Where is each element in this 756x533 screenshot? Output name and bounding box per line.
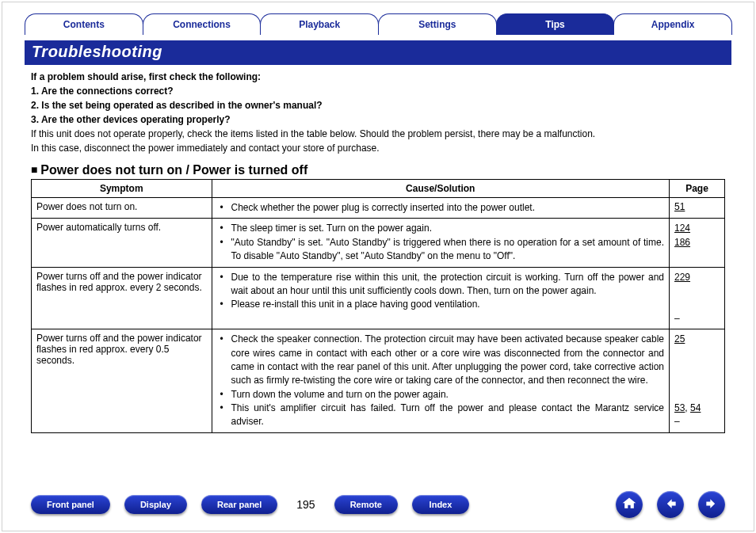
page-title: Troubleshooting [25, 41, 731, 64]
display-button[interactable]: Display [124, 495, 187, 514]
cause-cell: Check the speaker connection. The protec… [212, 329, 670, 433]
cause-item: "Auto Standby" is set. "Auto Standby" is… [225, 236, 665, 264]
cause-cell: Check whether the power plug is correctl… [212, 198, 670, 219]
table-row: Power turns off and the power indicator … [32, 267, 725, 329]
cause-item: Turn down the volume and turn on the pow… [225, 388, 665, 402]
index-button[interactable]: Index [412, 495, 469, 514]
table-row: Power does not turn on.Check whether the… [32, 198, 725, 219]
tab-appendix[interactable]: Appendix [613, 13, 732, 35]
cause-item: The sleep timer is set. Turn on the powe… [225, 222, 665, 235]
tab-tips[interactable]: Tips [496, 13, 615, 35]
home-button[interactable] [616, 491, 643, 518]
main-nav-tabs: Contents Connections Playback Settings T… [2, 2, 754, 36]
cause-item: Check the speaker connection. The protec… [225, 333, 665, 388]
page-ref-cell[interactable]: 124186 [670, 219, 725, 267]
table-header-row: Symptom Cause/Solution Page [32, 180, 725, 198]
symptom-cell: Power automatically turns off. [32, 219, 212, 267]
troubleshoot-table-wrap: Symptom Cause/Solution Page Power does n… [2, 179, 754, 433]
intro-line: 3. Are the other devices operating prope… [31, 112, 725, 127]
tab-playback[interactable]: Playback [260, 13, 379, 35]
symptom-cell: Power turns off and the power indicator … [32, 329, 212, 433]
tab-contents[interactable]: Contents [25, 13, 143, 35]
remote-button[interactable]: Remote [334, 495, 398, 514]
section-heading: Power does not turn on / Power is turned… [31, 163, 725, 177]
intro-line: 2. Is the set being operated as describe… [31, 98, 725, 112]
cause-item: This unit's amplifier circuit has failed… [225, 402, 665, 429]
page-number: 195 [292, 498, 319, 511]
page-title-bar: Troubleshooting [25, 40, 731, 65]
page-ref-cell[interactable]: 25 53, 54– [670, 329, 725, 433]
arrow-right-icon [704, 496, 720, 514]
table-row: Power automatically turns off.The sleep … [32, 219, 725, 267]
bottom-nav-bar: Front panel Display Rear panel 195 Remot… [2, 491, 754, 518]
front-panel-button[interactable]: Front panel [31, 495, 110, 514]
table-row: Power turns off and the power indicator … [32, 329, 725, 433]
page-ref-cell[interactable]: 229 – [670, 267, 725, 329]
arrow-left-icon [662, 496, 678, 514]
page-ref-cell[interactable]: 51 [670, 198, 725, 219]
cause-cell: The sleep timer is set. Turn on the powe… [212, 219, 670, 267]
next-page-button[interactable] [698, 491, 725, 518]
cause-cell: Due to the temperature rise within this … [212, 267, 670, 329]
intro-line: If this unit does not operate properly, … [31, 127, 725, 141]
symptom-cell: Power does not turn on. [32, 198, 212, 219]
tab-connections[interactable]: Connections [143, 13, 262, 35]
cause-item: Due to the temperature rise within this … [225, 271, 665, 299]
document-page: Contents Connections Playback Settings T… [2, 2, 754, 531]
intro-line: 1. Are the connections correct? [31, 84, 725, 98]
cause-item: Please re-install this unit in a place h… [225, 298, 665, 311]
col-cause: Cause/Solution [212, 180, 670, 198]
section-heading-wrap: Power does not turn on / Power is turned… [2, 155, 754, 179]
intro-line: If a problem should arise, first check t… [31, 70, 725, 84]
troubleshoot-table: Symptom Cause/Solution Page Power does n… [31, 179, 725, 433]
col-symptom: Symptom [32, 180, 212, 198]
home-icon [621, 496, 637, 514]
symptom-cell: Power turns off and the power indicator … [32, 267, 212, 329]
tab-settings[interactable]: Settings [378, 13, 497, 35]
intro-line: In this case, disconnect the power immed… [31, 141, 725, 155]
cause-item: Check whether the power plug is correctl… [225, 201, 665, 215]
col-page: Page [670, 180, 725, 198]
rear-panel-button[interactable]: Rear panel [201, 495, 277, 514]
intro-block: If a problem should arise, first check t… [2, 65, 754, 155]
prev-page-button[interactable] [657, 491, 684, 518]
